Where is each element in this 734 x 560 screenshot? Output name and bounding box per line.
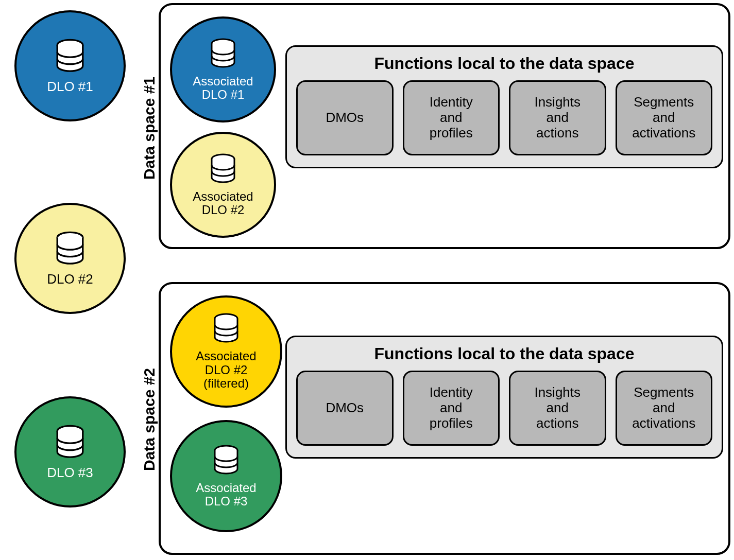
dataspace-1-box: AssociatedDLO #1 AssociatedDLO #2 Functi…: [159, 3, 730, 249]
functions-title: Functions local to the data space: [296, 344, 712, 363]
dataspace-2-label: Data space #2: [141, 368, 158, 471]
assoc-dlo-label: AssociatedDLO #2: [193, 190, 253, 217]
database-icon: [210, 312, 243, 347]
dlo-circle-1: DLO #1: [14, 10, 126, 121]
functions-title: Functions local to the data space: [296, 54, 712, 73]
database-icon: [52, 424, 89, 463]
assoc-dlo-label: AssociatedDLO #2(filtered): [196, 349, 256, 390]
dataspace-2-box: AssociatedDLO #2(filtered) AssociatedDLO…: [159, 282, 730, 555]
function-box-identity: Identityandprofiles: [403, 80, 500, 155]
dlo-circle-3: DLO #3: [14, 396, 126, 507]
function-box-dmos: DMOs: [296, 371, 394, 446]
function-box-insights: Insightsandactions: [509, 80, 606, 155]
function-box-insights: Insightsandactions: [509, 371, 606, 446]
assoc-dlo-circle-1: AssociatedDLO #1: [170, 16, 276, 122]
function-box-segments: Segmentsandactivations: [616, 80, 713, 155]
functions-row: DMOs Identityandprofiles Insightsandacti…: [296, 371, 712, 446]
database-icon: [52, 231, 89, 270]
functions-panel-1: Functions local to the data space DMOs I…: [285, 45, 723, 168]
functions-row: DMOs Identityandprofiles Insightsandacti…: [296, 80, 712, 155]
dlo-label: DLO #1: [47, 79, 93, 94]
function-box-identity: Identityandprofiles: [403, 371, 500, 446]
dataspace-1-label: Data space #1: [141, 77, 158, 180]
dlo-label: DLO #2: [47, 272, 93, 287]
function-box-dmos: DMOs: [296, 80, 394, 155]
assoc-dlo-circle-3: AssociatedDLO #2(filtered): [170, 295, 282, 408]
assoc-dlo-label: AssociatedDLO #3: [196, 481, 256, 509]
assoc-dlo-circle-2: AssociatedDLO #2: [170, 132, 276, 238]
functions-panel-2: Functions local to the data space DMOs I…: [285, 336, 723, 459]
database-icon: [52, 38, 89, 77]
database-icon: [207, 38, 240, 73]
assoc-dlo-circle-4: AssociatedDLO #3: [170, 420, 282, 532]
dlo-circle-2: DLO #2: [14, 203, 126, 314]
database-icon: [210, 444, 243, 479]
assoc-dlo-label: AssociatedDLO #1: [193, 75, 253, 102]
function-box-segments: Segmentsandactivations: [616, 371, 713, 446]
database-icon: [207, 153, 240, 188]
dlo-label: DLO #3: [47, 465, 93, 480]
